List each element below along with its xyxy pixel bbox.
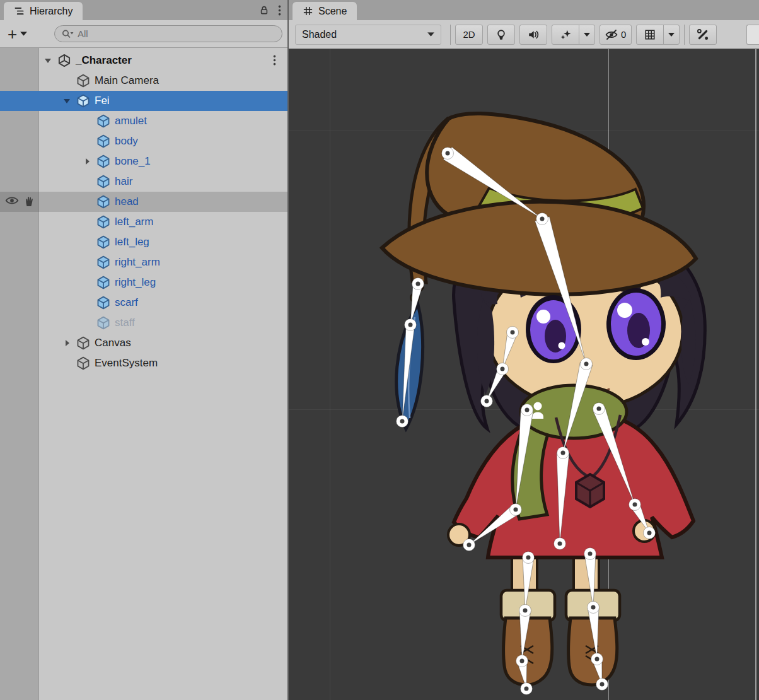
tree-row-label: Canvas xyxy=(95,337,131,349)
toggle-2d-button[interactable]: 2D xyxy=(455,25,483,45)
draw-mode-dropdown[interactable]: Shaded xyxy=(295,25,441,45)
tree-row-label: scarf xyxy=(115,296,138,309)
foldout-expanded-icon[interactable] xyxy=(43,55,53,66)
tree-row-label: _Character xyxy=(76,54,132,67)
unity-editor-window: Hierarchy + _Character xyxy=(0,0,759,700)
hierarchy-tabstrip: Hierarchy xyxy=(0,0,287,20)
hierarchy-panel: Hierarchy + _Character xyxy=(0,0,289,700)
prefab-cube-icon xyxy=(96,134,110,148)
overlay-toolbar-partial-button[interactable] xyxy=(746,25,759,45)
foldout-expanded-icon[interactable] xyxy=(62,96,72,106)
gameobject-cube-icon xyxy=(76,356,90,370)
dropdown-caret-icon xyxy=(584,33,590,37)
prefab-cube-icon xyxy=(96,235,110,249)
eye-icon[interactable] xyxy=(5,195,19,206)
tree-row-right-arm[interactable]: right_arm xyxy=(0,252,287,272)
prefab-cube-icon xyxy=(96,175,110,189)
tree-row-label: hair xyxy=(115,175,132,188)
tree-row-amulet[interactable]: amulet xyxy=(0,111,287,131)
scene-viewport[interactable] xyxy=(289,49,759,700)
foldout-collapsed-icon[interactable] xyxy=(62,338,72,348)
tree-row-label: head xyxy=(115,195,139,208)
kebab-menu-icon[interactable] xyxy=(278,5,281,16)
foldout-collapsed-icon[interactable] xyxy=(82,156,92,166)
tree-row-label: Main Camera xyxy=(95,74,159,87)
grid-dropdown-button[interactable] xyxy=(663,25,680,45)
tree-row-main-camera[interactable]: Main Camera xyxy=(0,71,287,91)
lighting-bulb-icon xyxy=(495,29,507,40)
scene-character-sprite xyxy=(382,114,705,685)
grid-visibility-button[interactable] xyxy=(636,25,664,45)
tree-row-fei[interactable]: Fei xyxy=(0,91,287,111)
search-icon[interactable] xyxy=(61,29,74,39)
prefab-cube-icon xyxy=(76,94,90,108)
tree-row-eventsystem[interactable]: EventSystem xyxy=(0,353,287,373)
search-field[interactable] xyxy=(54,25,282,42)
kebab-menu-icon[interactable] xyxy=(273,55,276,66)
effects-toggle-button[interactable] xyxy=(552,25,579,45)
tree-row-hair[interactable]: hair xyxy=(0,172,287,192)
tree-row-label: EventSystem xyxy=(95,357,158,370)
hierarchy-list-icon xyxy=(14,6,25,16)
gameobject-cube-icon xyxy=(76,74,90,88)
draw-mode-label: Shaded xyxy=(302,29,337,40)
tree-row-bone-1[interactable]: bone_1 xyxy=(0,151,287,172)
lighting-toggle-button[interactable] xyxy=(487,25,515,45)
hierarchy-toolbar: + xyxy=(0,20,287,48)
prefab-cube-icon xyxy=(96,276,110,289)
dropdown-caret-icon xyxy=(668,33,675,37)
add-dropdown-caret-icon[interactable] xyxy=(20,32,27,36)
tree-row-body[interactable]: body xyxy=(0,131,287,151)
audio-speaker-icon xyxy=(528,29,539,40)
toolbar-separator xyxy=(684,25,685,45)
hidden-objects-count: 0 xyxy=(621,29,626,40)
tree-row-staff[interactable]: staff xyxy=(0,313,287,333)
toolbar-separator xyxy=(450,25,451,45)
tree-row-label: left_leg xyxy=(115,236,149,248)
unity-scene-icon xyxy=(57,54,71,67)
add-button[interactable]: + xyxy=(8,27,17,41)
visibility-eye-off-icon xyxy=(605,30,618,40)
tree-row-canvas[interactable]: Canvas xyxy=(0,333,287,353)
effects-stars-icon xyxy=(560,29,571,40)
prefab-cube-icon xyxy=(96,114,110,128)
toggle-2d-label: 2D xyxy=(463,29,475,40)
tree-row-label: staff xyxy=(115,317,135,329)
tree-row-left-leg[interactable]: left_leg xyxy=(0,232,287,252)
tab-scene-label: Scene xyxy=(318,6,347,17)
pick-hand-icon[interactable] xyxy=(24,195,35,207)
prefab-cube-icon xyxy=(96,316,110,330)
tree-row-head[interactable]: head xyxy=(0,192,287,212)
prefab-cube-icon xyxy=(96,195,110,209)
prefab-cube-icon xyxy=(96,296,110,310)
tree-row-label: right_leg xyxy=(115,276,156,289)
tab-hierarchy-label: Hierarchy xyxy=(30,6,72,17)
tree-row-label: left_arm xyxy=(115,216,153,228)
scene-toolbar: Shaded 2D 0 xyxy=(289,20,759,49)
tree-row-label: Fei xyxy=(95,95,110,107)
scene-tabstrip: Scene xyxy=(289,0,759,20)
prefab-cube-icon xyxy=(96,215,110,229)
tab-hierarchy[interactable]: Hierarchy xyxy=(4,2,83,20)
tools-wrench-icon xyxy=(697,29,709,40)
tree-row-character[interactable]: _Character xyxy=(0,50,287,71)
tab-scene[interactable]: Scene xyxy=(293,2,357,20)
prefab-cube-icon xyxy=(96,255,110,269)
effects-dropdown-button[interactable] xyxy=(579,25,595,45)
audio-toggle-button[interactable] xyxy=(519,25,547,45)
component-tools-button[interactable] xyxy=(689,25,717,45)
tree-row-label: right_arm xyxy=(115,256,160,269)
scene-panel: Scene Shaded 2D xyxy=(289,0,759,700)
lock-icon[interactable] xyxy=(259,5,269,15)
dropdown-caret-icon xyxy=(427,32,434,37)
tree-row-left-arm[interactable]: left_arm xyxy=(0,212,287,232)
grid-snap-icon xyxy=(644,29,656,40)
scene-grid-icon xyxy=(303,6,313,16)
hierarchy-tree: _Character Main Camera Fei amulet xyxy=(0,48,287,700)
tree-row-right-leg[interactable]: right_leg xyxy=(0,272,287,293)
search-input[interactable] xyxy=(78,28,275,39)
scene-visibility-button[interactable]: 0 xyxy=(600,25,632,45)
tree-row-scarf[interactable]: scarf xyxy=(0,293,287,313)
scene-canvas xyxy=(289,49,759,700)
gameobject-cube-icon xyxy=(76,336,90,350)
